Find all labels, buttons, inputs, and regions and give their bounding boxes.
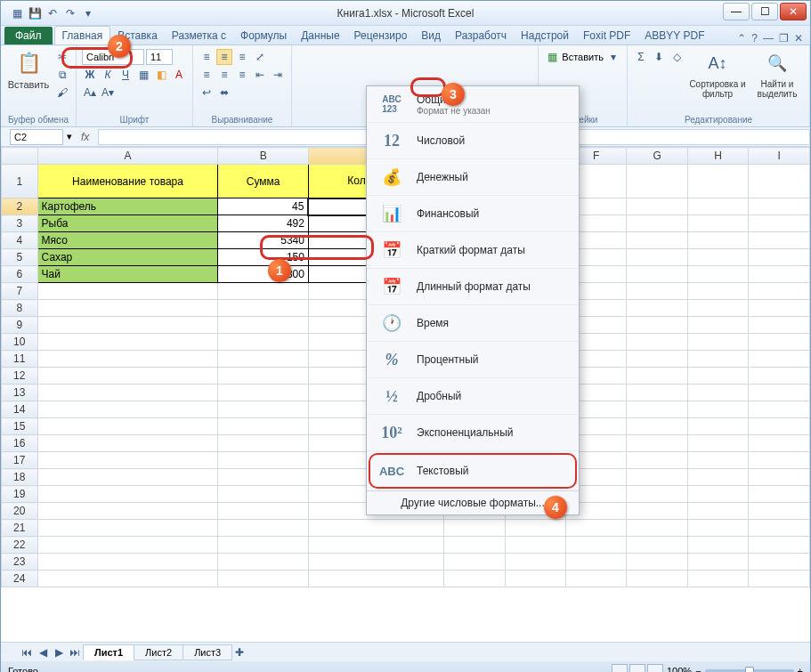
- col-header-i[interactable]: I: [749, 148, 810, 165]
- cell[interactable]: [37, 554, 218, 571]
- row-header[interactable]: 7: [2, 283, 38, 300]
- cell[interactable]: [749, 215, 810, 232]
- row-header[interactable]: 8: [2, 300, 38, 317]
- border-icon[interactable]: ▦: [135, 67, 151, 83]
- format-time[interactable]: 🕐 Время: [367, 305, 579, 342]
- row-header[interactable]: 18: [2, 469, 38, 486]
- cell[interactable]: [749, 435, 810, 452]
- cell[interactable]: [627, 452, 687, 469]
- row-header[interactable]: 6: [2, 266, 38, 283]
- cell[interactable]: [627, 300, 687, 317]
- cell[interactable]: [749, 418, 810, 435]
- font-color-icon[interactable]: A: [171, 67, 187, 83]
- align-middle-icon[interactable]: ≡: [216, 49, 232, 65]
- cell[interactable]: [687, 486, 748, 503]
- cell-a3[interactable]: Рыба: [37, 215, 218, 232]
- cell[interactable]: [218, 283, 308, 300]
- insert-cells-dropdown-icon[interactable]: ▾: [605, 49, 621, 65]
- save-icon[interactable]: 💾: [28, 6, 42, 20]
- cell[interactable]: [37, 351, 218, 368]
- format-painter-icon[interactable]: 🖌: [54, 85, 70, 101]
- sheet-tab-1[interactable]: Лист1: [83, 644, 134, 660]
- close-button[interactable]: ✕: [780, 3, 807, 20]
- format-number[interactable]: 12 Числовой: [367, 123, 579, 159]
- tab-addins[interactable]: Надстрой: [514, 27, 576, 45]
- col-header-h[interactable]: H: [687, 148, 748, 165]
- tab-view[interactable]: Вид: [414, 27, 448, 45]
- format-text[interactable]: ABC Текстовый: [369, 453, 577, 489]
- col-header-g[interactable]: G: [627, 148, 687, 165]
- cell[interactable]: [37, 334, 218, 351]
- cell[interactable]: [627, 317, 687, 334]
- maximize-button[interactable]: ☐: [751, 3, 778, 20]
- cell[interactable]: [687, 249, 748, 266]
- cell[interactable]: [687, 215, 748, 232]
- row-header[interactable]: 19: [2, 486, 38, 503]
- cell[interactable]: [37, 486, 218, 503]
- cell[interactable]: [218, 435, 308, 452]
- cell[interactable]: [749, 452, 810, 469]
- cell[interactable]: [627, 283, 687, 300]
- indent-dec-icon[interactable]: ⇤: [252, 67, 268, 83]
- cell[interactable]: [749, 486, 810, 503]
- copy-icon[interactable]: ⧉: [54, 67, 70, 83]
- cell[interactable]: [627, 418, 687, 435]
- tab-foxit[interactable]: Foxit PDF: [576, 27, 637, 45]
- row-header[interactable]: 5: [2, 249, 38, 266]
- underline-icon[interactable]: Ч: [118, 67, 134, 83]
- tab-developer[interactable]: Разработч: [448, 27, 514, 45]
- tab-home[interactable]: Главная: [54, 26, 111, 45]
- fx-icon[interactable]: fx: [76, 131, 94, 143]
- cell[interactable]: [749, 351, 810, 368]
- cell[interactable]: [566, 571, 627, 587]
- shrink-font-icon[interactable]: A▾: [100, 85, 116, 101]
- bold-icon[interactable]: Ж: [82, 67, 98, 83]
- format-currency[interactable]: 💰 Денежный: [367, 159, 579, 196]
- header-sum[interactable]: Сумма: [218, 165, 308, 198]
- cell[interactable]: [37, 385, 218, 401]
- cell[interactable]: [505, 554, 565, 571]
- file-tab[interactable]: Файл: [4, 27, 53, 45]
- cell[interactable]: [687, 435, 748, 452]
- cell[interactable]: [687, 283, 748, 300]
- cell[interactable]: [308, 554, 443, 571]
- font-size-combo[interactable]: 11: [146, 49, 173, 65]
- cell[interactable]: [627, 571, 687, 587]
- cell[interactable]: [687, 232, 748, 249]
- cell[interactable]: [687, 418, 748, 435]
- cell[interactable]: [308, 571, 443, 587]
- row-header[interactable]: 15: [2, 418, 38, 435]
- cell[interactable]: [218, 418, 308, 435]
- cell-a5[interactable]: Сахар: [37, 249, 218, 266]
- cell[interactable]: [308, 520, 443, 537]
- format-shortdate[interactable]: 📅 Краткий формат даты: [367, 232, 579, 269]
- cell-b2[interactable]: 45: [218, 198, 308, 215]
- cell[interactable]: [37, 283, 218, 300]
- tab-data[interactable]: Данные: [294, 27, 346, 45]
- cell[interactable]: [627, 165, 687, 198]
- align-left-icon[interactable]: ≡: [199, 67, 215, 83]
- align-bottom-icon[interactable]: ≡: [234, 49, 250, 65]
- insert-cells-label[interactable]: Вставить: [562, 52, 604, 62]
- col-header-a[interactable]: A: [37, 148, 218, 165]
- cell[interactable]: [444, 571, 505, 587]
- fill-icon[interactable]: ⬇: [651, 49, 667, 65]
- row-header[interactable]: 20: [2, 503, 38, 520]
- cell-a4[interactable]: Мясо: [37, 232, 218, 249]
- cell[interactable]: [218, 486, 308, 503]
- merge-icon[interactable]: ⬌: [216, 85, 232, 101]
- cell[interactable]: [687, 520, 748, 537]
- cell[interactable]: [627, 554, 687, 571]
- row-header[interactable]: 2: [2, 198, 38, 215]
- sheet-tab-3[interactable]: Лист3: [182, 644, 232, 660]
- cell-a2[interactable]: Картофель: [37, 198, 218, 215]
- cell[interactable]: [444, 520, 505, 537]
- sheet-nav-next-icon[interactable]: ▶: [51, 644, 67, 660]
- view-normal-icon[interactable]: [612, 664, 628, 672]
- cell[interactable]: [749, 266, 810, 283]
- row-header[interactable]: 11: [2, 351, 38, 368]
- row-header[interactable]: 13: [2, 385, 38, 401]
- cell[interactable]: [37, 435, 218, 452]
- doc-close-icon[interactable]: ✕: [794, 32, 803, 45]
- cell[interactable]: [749, 334, 810, 351]
